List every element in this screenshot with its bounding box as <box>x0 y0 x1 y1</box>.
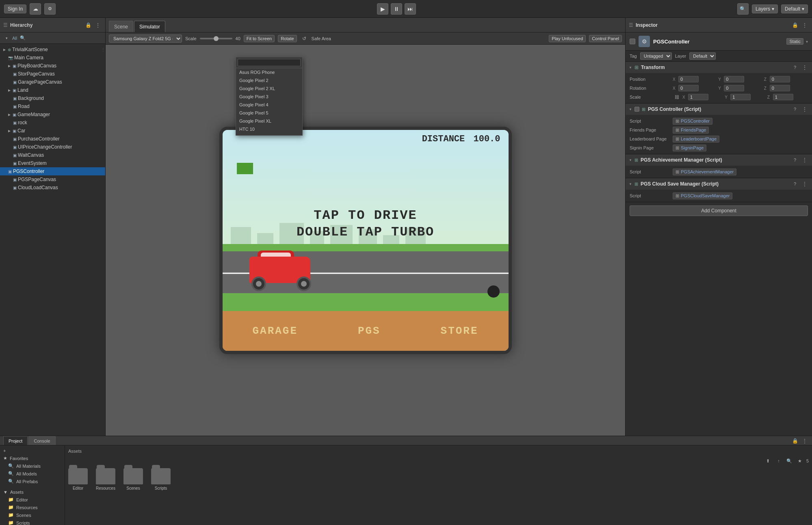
rotate-button[interactable]: Rotate <box>278 35 297 42</box>
dropdown-item-0[interactable]: Asus ROG Phone <box>236 68 302 76</box>
all-materials-item[interactable]: 🔍 All Materials <box>0 462 65 470</box>
scale-x-input[interactable] <box>688 94 708 100</box>
hierarchy-dropdown-button[interactable]: ▾ <box>2 34 11 42</box>
hierarchy-item-garagepage[interactable]: ▣ GaragePageCanvas <box>0 78 105 86</box>
hierarchy-item-eventsystem[interactable]: ▣ EventSystem <box>0 159 105 167</box>
fit-screen-button[interactable]: Fit to Screen <box>244 35 275 42</box>
hierarchy-item-land[interactable]: ▶ ▣ Land <box>0 86 105 94</box>
hierarchy-item-purchase[interactable]: ▣ PurchaseController <box>0 135 105 143</box>
search-button[interactable]: 🔍 <box>737 3 749 15</box>
inspector-lock-button[interactable]: 🔒 <box>791 21 799 29</box>
editor-item[interactable]: 📁 Editor <box>0 496 65 503</box>
pgs-controller-header[interactable]: ▼ ⊞ PGS Controller (Script) ? ⋮ <box>626 104 812 115</box>
cloud-more-button[interactable]: ⋮ <box>801 180 809 188</box>
project-add-button[interactable]: + <box>0 447 65 454</box>
dropdown-item-4[interactable]: Google Pixel 4 <box>236 101 302 109</box>
leaderboard-ref[interactable]: ⊞ LeaderboardPage <box>673 136 719 143</box>
signin-ref[interactable]: ⊞ SigninPage <box>673 145 706 151</box>
hierarchy-item-car[interactable]: ▶ ▣ Car <box>0 127 105 135</box>
dropdown-item-5[interactable]: Google Pixel 5 <box>236 109 302 117</box>
achieve-script-ref[interactable]: ⊞ PGSAchievementManager <box>673 169 736 175</box>
transform-info-button[interactable]: ? <box>791 63 799 71</box>
assets-section-item[interactable]: ▼ Assets <box>0 488 65 496</box>
dropdown-item-7[interactable]: HTC 10 <box>236 125 302 133</box>
scripts-item[interactable]: 📁 Scripts <box>0 519 65 525</box>
pgs-more-button[interactable]: ⋮ <box>801 105 809 113</box>
cloud-button[interactable]: ☁ <box>30 3 41 15</box>
achieve-info-button[interactable]: ? <box>791 156 799 164</box>
resources-item[interactable]: 📁 Resources <box>0 503 65 511</box>
scale-y-input[interactable] <box>730 94 751 100</box>
rot-y-input[interactable] <box>724 85 744 91</box>
tab-scene[interactable]: Scene <box>109 21 133 32</box>
step-button[interactable]: ⏭ <box>405 3 416 15</box>
hierarchy-item-playboard[interactable]: ▶ ▣ PlayBoardCanvas <box>0 62 105 70</box>
asset-scenes[interactable]: Scenes <box>123 468 143 490</box>
asset-scripts[interactable]: Scripts <box>151 468 171 490</box>
pgs-cloud-header[interactable]: ▼ ⊞ PGS Cloud Save Manager (Script) ? ⋮ <box>626 178 812 190</box>
script-ref[interactable]: ⊞ PGSController <box>673 118 712 125</box>
hierarchy-item-rock[interactable]: ▣ rock <box>0 119 105 127</box>
control-panel-button[interactable]: Control Panel <box>589 35 622 42</box>
hierarchy-item-background[interactable]: ▣ Background <box>0 94 105 102</box>
play-unfocused-button[interactable]: Play Unfocused <box>549 35 586 42</box>
pgs-info-button[interactable]: ? <box>791 105 799 113</box>
dropdown-item-1[interactable]: Google Pixel 2 <box>236 76 302 84</box>
hierarchy-item-waitcanvas[interactable]: ▣ WaitCanvas <box>0 151 105 159</box>
hierarchy-more-button[interactable]: ⋮ <box>94 21 102 29</box>
pos-x-input[interactable] <box>678 76 699 82</box>
friends-page-ref[interactable]: ⊞ FriendsPage <box>673 127 709 134</box>
bottom-lock-button[interactable]: 🔒 <box>791 437 799 445</box>
hierarchy-lock-button[interactable]: 🔒 <box>84 21 92 29</box>
scale-link-button[interactable]: ⛓ <box>673 93 681 101</box>
scale-z-input[interactable] <box>773 94 793 100</box>
hierarchy-item-gamemanager[interactable]: ▶ ▣ GameManager <box>0 110 105 119</box>
pause-button[interactable]: ⏸ <box>391 3 402 15</box>
transform-header[interactable]: ▼ ⊞ Transform ? ⋮ <box>626 62 812 73</box>
rot-x-input[interactable] <box>678 85 699 91</box>
scenes-item[interactable]: 📁 Scenes <box>0 511 65 519</box>
default-button[interactable]: Default ▾ <box>781 4 808 13</box>
dropdown-search-input[interactable] <box>238 59 301 66</box>
pgs-achievement-header[interactable]: ▼ ⊞ PGS Achievement Manager (Script) ? ⋮ <box>626 154 812 166</box>
hierarchy-item-maincamera[interactable]: 📷 Main Camera <box>0 54 105 62</box>
add-component-button[interactable]: Add Component <box>630 205 808 216</box>
obj-active-checkbox[interactable] <box>630 39 635 44</box>
scale-slider[interactable] <box>200 38 232 39</box>
rot-z-input[interactable] <box>770 85 790 91</box>
hierarchy-item-uiprice[interactable]: ▣ UIPriceChangeController <box>0 143 105 151</box>
signin-button[interactable]: Sign In <box>4 4 26 13</box>
hierarchy-item-scene[interactable]: ▶ ⊕ TrivialKartScene ⋮ <box>0 45 105 54</box>
all-models-item[interactable]: 🔍 All Models <box>0 470 65 477</box>
tag-dropdown[interactable]: Untagged <box>640 52 672 60</box>
refresh-button[interactable]: ↑ <box>775 457 783 465</box>
layer-dropdown[interactable]: Default <box>689 52 716 60</box>
tab-simulator[interactable]: Simulator <box>134 21 165 32</box>
hierarchy-search-button[interactable]: 🔍 <box>19 34 27 42</box>
dropdown-item-3[interactable]: Google Pixel 3 <box>236 93 302 101</box>
tab-console[interactable]: Console <box>28 436 55 445</box>
simulator-select[interactable]: Samsung Galaxy Z Fold2 5G (Ta▾ <box>109 35 182 43</box>
tab-project[interactable]: Project <box>3 436 28 445</box>
dropdown-item-8[interactable]: HTC One M9 <box>236 133 302 135</box>
bottom-more-button[interactable]: ⋮ <box>801 437 809 445</box>
inspector-more-button[interactable]: ⋮ <box>801 21 809 29</box>
cloud-script-ref[interactable]: ⊞ PGSCloudSaveManager <box>673 192 732 199</box>
pos-y-input[interactable] <box>724 76 744 82</box>
cloud-info-button[interactable]: ? <box>791 180 799 188</box>
layers-button[interactable]: Layers ▾ <box>752 4 778 13</box>
search-assets-button[interactable]: 🔍 <box>785 457 793 465</box>
filter-button[interactable]: ★ <box>796 457 804 465</box>
hierarchy-item-storepage[interactable]: ▣ StorPageCanvas <box>0 70 105 78</box>
hierarchy-item-pgscontroller[interactable]: ▣ PGSController <box>0 167 105 175</box>
rotate-icon-button[interactable]: ↺ <box>300 35 308 43</box>
import-button[interactable]: ⬆ <box>764 457 772 465</box>
achieve-more-button[interactable]: ⋮ <box>801 156 809 164</box>
pgs-enabled-checkbox[interactable] <box>634 107 639 112</box>
dropdown-item-2[interactable]: Google Pixel 2 XL <box>236 84 302 93</box>
transform-more-button[interactable]: ⋮ <box>801 63 809 71</box>
asset-resources[interactable]: Resources <box>96 468 115 490</box>
play-button[interactable]: ▶ <box>377 3 388 15</box>
pos-z-input[interactable] <box>770 76 790 82</box>
hierarchy-item-road[interactable]: ▣ Road <box>0 102 105 110</box>
